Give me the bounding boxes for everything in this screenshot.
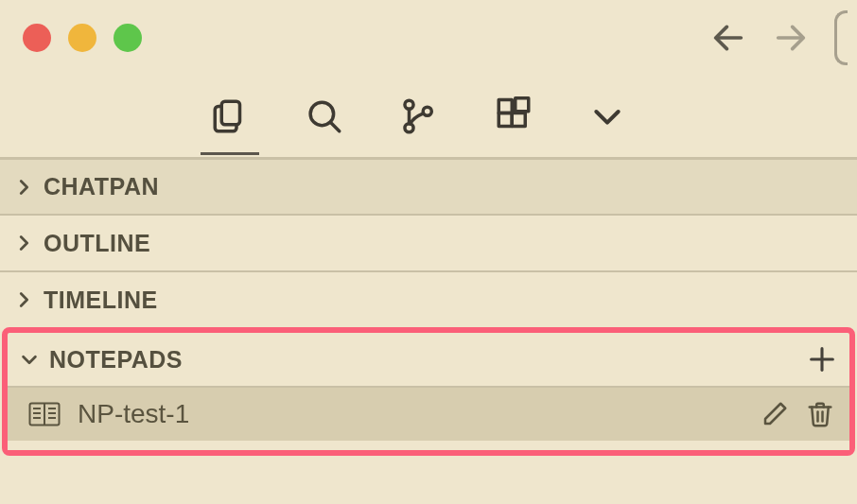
- explorer-view-icon[interactable]: [210, 96, 250, 136]
- section-label: NOTEPADS: [49, 346, 183, 374]
- nav-forward-button[interactable]: [772, 19, 810, 57]
- window-close-button[interactable]: [23, 24, 51, 52]
- section-label: OUTLINE: [44, 230, 150, 257]
- svg-rect-2: [221, 101, 239, 125]
- activity-bar: [0, 76, 857, 157]
- activity-overflow-icon[interactable]: [588, 97, 626, 135]
- notepad-item[interactable]: NP-test-1: [8, 388, 849, 441]
- svg-rect-11: [516, 98, 529, 112]
- section-header-chatpan[interactable]: CHATPAN: [0, 157, 857, 214]
- notepads-highlight: NOTEPADS NP-test-1: [2, 327, 855, 456]
- notebook-icon: [28, 400, 61, 428]
- svg-rect-8: [498, 113, 512, 127]
- section-header-notepads[interactable]: NOTEPADS: [8, 333, 849, 388]
- nav-back-button[interactable]: [709, 19, 747, 57]
- chevron-right-icon: [13, 233, 34, 253]
- svg-rect-10: [498, 100, 512, 113]
- svg-line-4: [330, 122, 339, 130]
- sidebar-sections: CHATPAN OUTLINE TIMELINE NOTEPADS: [0, 157, 857, 456]
- svg-rect-9: [512, 113, 525, 127]
- notepad-item-name: NP-test-1: [78, 399, 189, 429]
- section-header-outline[interactable]: OUTLINE: [0, 214, 857, 270]
- window-minimize-button[interactable]: [68, 24, 96, 52]
- extensions-view-icon[interactable]: [494, 96, 533, 136]
- window-titlebar: [0, 0, 857, 76]
- panel-toggle-handle[interactable]: [834, 10, 848, 65]
- highlight-footer-space: [8, 441, 849, 450]
- nav-arrows: [709, 0, 848, 76]
- traffic-lights: [23, 24, 142, 52]
- chevron-right-icon: [13, 289, 34, 310]
- source-control-view-icon[interactable]: [399, 96, 439, 136]
- section-header-timeline[interactable]: TIMELINE: [0, 270, 857, 327]
- section-label: CHATPAN: [44, 173, 159, 200]
- edit-notepad-button[interactable]: [761, 400, 789, 428]
- section-label: TIMELINE: [44, 287, 158, 314]
- chevron-down-icon: [19, 349, 40, 370]
- add-notepad-button[interactable]: [806, 343, 838, 375]
- delete-notepad-button[interactable]: [806, 400, 834, 428]
- window-zoom-button[interactable]: [114, 24, 142, 52]
- search-view-icon[interactable]: [305, 96, 344, 136]
- chevron-right-icon: [13, 177, 34, 198]
